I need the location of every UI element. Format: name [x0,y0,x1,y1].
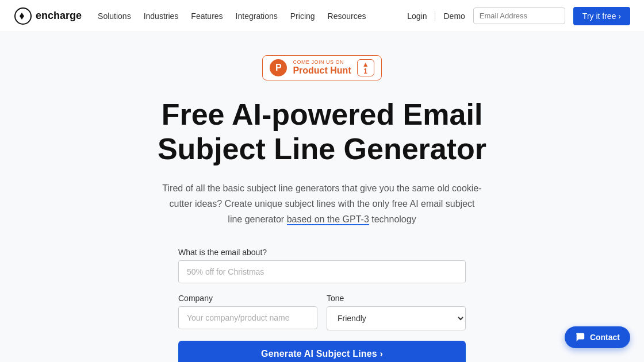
tone-col: Tone Friendly Professional Casual Formal… [327,294,466,330]
email-about-label: What is the email about? [178,248,466,257]
logo-link[interactable]: encharge [14,7,82,25]
login-link[interactable]: Login [407,11,427,21]
form-row: Company Tone Friendly Professional Casua… [178,294,466,330]
nav-pricing[interactable]: Pricing [290,11,315,21]
nav-resources[interactable]: Resources [328,11,366,21]
nav-links: Solutions Industries Features Integratio… [98,11,407,21]
encharge-logo-icon [14,7,32,25]
product-hunt-logo-icon: P [270,59,287,76]
nav-email-input[interactable] [473,7,565,24]
email-about-input[interactable] [178,260,466,283]
tone-select[interactable]: Friendly Professional Casual Formal Humo… [327,306,466,330]
try-free-button[interactable]: Try it free › [573,7,630,25]
company-input[interactable] [178,306,317,329]
company-label: Company [178,294,317,303]
contact-label: Contact [590,333,620,342]
nav-integrations[interactable]: Integrations [236,11,278,21]
product-hunt-badge[interactable]: P COME JOIN US ON Product Hunt ▲ 1 [262,55,381,80]
chat-icon [575,332,585,342]
ph-product-hunt-label: Product Hunt [293,65,351,76]
hero-title: Free AI-powered Email Subject Line Gener… [121,98,523,167]
tone-label: Tone [327,294,466,303]
ph-upvote-badge: ▲ 1 [357,59,374,76]
hero-subtitle: Tired of all the basic subject line gene… [161,180,483,228]
nav-divider [435,11,435,21]
generate-button[interactable]: Generate AI Subject Lines › [178,341,466,362]
form-container: What is the email about? Company Tone Fr… [178,248,466,362]
ph-come-join-label: COME JOIN US ON [293,60,351,65]
navbar-right: Login Demo Try it free › [407,7,630,25]
main-content: P COME JOIN US ON Product Hunt ▲ 1 Free … [0,32,644,362]
nav-industries[interactable]: Industries [144,11,179,21]
navbar: encharge Solutions Industries Features I… [0,0,644,32]
nav-features[interactable]: Features [191,11,223,21]
gpt3-link: based on the GPT-3 [287,214,369,225]
company-col: Company [178,294,317,330]
nav-solutions[interactable]: Solutions [98,11,131,21]
ph-upvote-count: 1 [363,68,367,75]
product-hunt-text: COME JOIN US ON Product Hunt [293,60,351,76]
contact-button[interactable]: Contact [565,326,630,348]
demo-link[interactable]: Demo [443,11,465,21]
logo-text: encharge [36,10,82,22]
